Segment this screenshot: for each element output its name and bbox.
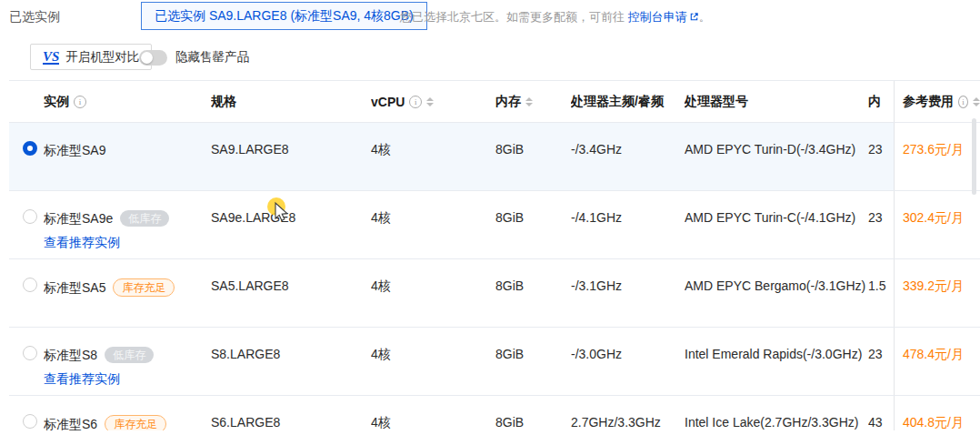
table-row[interactable]: 标准型SA9e低库存查看推荐实例SA9e.LARGE84核8GiB-/4.1GH… <box>9 191 980 259</box>
instance-radio[interactable] <box>23 141 37 156</box>
column-header: 处理器型号 <box>685 81 868 122</box>
region-quota-note: 您已选择北京七区。如需更多配额，可前往 控制台申请。 <box>400 9 711 25</box>
note-period: 。 <box>699 10 711 24</box>
selected-instance-chip[interactable]: 已选实例 SA9.LARGE8 (标准型SA9, 4核8GB) <box>141 2 427 30</box>
column-header-label: 内存 <box>495 94 521 110</box>
view-recommended-link[interactable]: 查看推荐实例 <box>44 371 211 388</box>
external-link-icon[interactable] <box>689 11 699 25</box>
frequency-cell: -/3.0GHz <box>571 328 685 395</box>
instance-name-line: 标准型SA9 <box>44 142 211 158</box>
column-header: 内 <box>868 81 894 122</box>
radio-cell <box>9 396 44 430</box>
note-text: 您已选择北京七区。如需更多配额，可前往 <box>400 10 628 24</box>
column-header: 参考费用i <box>894 81 980 122</box>
cpu-model-cell: Intel Emerald Rapids(-/3.0GHz) <box>685 328 868 395</box>
cpu-model-cell: Intel Ice Lake(2.7GHz/3.3GHz) <box>685 396 868 430</box>
instance-radio[interactable] <box>23 414 37 429</box>
column-header: 内存 <box>495 81 571 122</box>
info-icon[interactable]: i <box>409 96 422 108</box>
vcpu-cell: 4核 <box>371 396 495 430</box>
column-header-label: vCPU <box>371 95 405 109</box>
compare-models-label: 开启机型对比 <box>65 49 139 66</box>
console-apply-link[interactable]: 控制台申请 <box>628 10 687 24</box>
sort-icon[interactable] <box>973 97 980 106</box>
radio-cell <box>9 123 44 190</box>
bandwidth-clipped-cell: 43 <box>868 396 894 430</box>
instance-radio[interactable] <box>23 209 37 224</box>
hide-soldout-label: 隐藏售罄产品 <box>175 49 249 66</box>
column-header-label: 处理器主频/睿频 <box>571 94 664 110</box>
header-cell-radio <box>9 81 44 122</box>
price-cell: 478.4元/月 <box>894 328 980 395</box>
column-header: 处理器主频/睿频 <box>571 81 685 122</box>
column-header: vCPUi <box>371 81 495 122</box>
frequency-cell: -/3.1GHz <box>571 259 685 327</box>
column-header: 规格 <box>211 81 371 122</box>
table-row[interactable]: 标准型SA5库存充足SA5.LARGE84核8GiB-/3.1GHzAMD EP… <box>9 259 980 328</box>
instance-name: 标准型SA5 <box>44 279 105 296</box>
radio-cell <box>9 328 44 395</box>
instance-table: 实例i规格vCPUi内存处理器主频/睿频处理器型号内参考费用i 标准型SA9SA… <box>9 80 980 430</box>
spec-cell: SA9e.LARGE8 <box>211 191 371 258</box>
toggle-knob-icon <box>141 52 153 64</box>
column-header-label: 处理器型号 <box>685 94 748 110</box>
memory-cell: 8GiB <box>495 259 571 327</box>
memory-cell: 8GiB <box>495 396 571 430</box>
stock-badge: 低库存 <box>120 210 169 227</box>
bandwidth-clipped-cell: 23 <box>868 328 894 395</box>
instance-name-cell: 标准型SA9 <box>44 123 211 190</box>
bandwidth-clipped-cell: 1.5 <box>868 259 894 327</box>
instance-radio[interactable] <box>23 278 37 292</box>
instance-name-cell: 标准型S6库存充足 <box>44 396 211 430</box>
spec-cell: S8.LARGE8 <box>211 328 371 395</box>
price-cell: 404.8元/月 <box>894 396 980 430</box>
table-row[interactable]: 标准型SA9SA9.LARGE84核8GiB-/3.4GHzAMD EPYC T… <box>9 123 980 191</box>
sort-icon[interactable] <box>525 97 533 106</box>
memory-cell: 8GiB <box>495 191 571 258</box>
vertical-scrollbar-thumb[interactable] <box>972 118 976 195</box>
vcpu-cell: 4核 <box>371 123 495 190</box>
price-cell: 273.6元/月 <box>894 123 980 190</box>
cpu-model-cell: AMD EPYC Turin-C(-/4.1GHz) <box>685 191 868 258</box>
frequency-cell: -/4.1GHz <box>571 191 685 258</box>
instance-radio[interactable] <box>23 346 37 360</box>
sort-icon[interactable] <box>426 97 434 106</box>
vcpu-cell: 4核 <box>371 259 495 327</box>
cpu-model-cell: AMD EPYC Turin-D(-/3.4GHz) <box>685 123 868 190</box>
table-header-row: 实例i规格vCPUi内存处理器主频/睿频处理器型号内参考费用i <box>9 81 980 123</box>
info-icon[interactable]: i <box>74 96 86 108</box>
table-row[interactable]: 标准型S8低库存查看推荐实例S8.LARGE84核8GiB-/3.0GHzInt… <box>9 328 980 396</box>
cpu-model-cell: AMD EPYC Bergamo(-/3.1GHz) <box>685 259 868 327</box>
bandwidth-clipped-cell: 23 <box>868 123 894 190</box>
column-header-label: 实例 <box>44 94 69 110</box>
instance-name-line: 标准型S6库存充足 <box>44 415 211 430</box>
instance-name-cell: 标准型S8低库存查看推荐实例 <box>44 328 211 395</box>
spec-cell: S6.LARGE8 <box>211 396 371 430</box>
stock-badge: 低库存 <box>105 347 154 363</box>
instance-name-cell: 标准型SA9e低库存查看推荐实例 <box>44 191 211 258</box>
selected-instance-label: 已选实例 <box>9 9 60 25</box>
memory-cell: 8GiB <box>495 328 571 395</box>
radio-cell <box>9 259 44 327</box>
view-recommended-link[interactable]: 查看推荐实例 <box>44 235 211 251</box>
hide-soldout-toggle[interactable] <box>139 50 167 66</box>
instance-name: 标准型S8 <box>44 347 97 363</box>
compare-models-button[interactable]: VS 开启机型对比 <box>30 44 152 70</box>
column-header-label: 参考费用 <box>903 94 954 110</box>
column-header-label: 规格 <box>211 94 236 110</box>
vs-icon: VS <box>43 50 59 65</box>
price-cell: 339.2元/月 <box>894 259 980 327</box>
hide-soldout-control: 隐藏售罄产品 <box>139 49 249 66</box>
stock-badge: 库存充足 <box>105 415 166 430</box>
memory-cell: 8GiB <box>495 123 571 190</box>
vcpu-cell: 4核 <box>371 328 495 395</box>
column-header: 实例i <box>44 81 211 122</box>
frequency-cell: -/3.4GHz <box>571 123 685 190</box>
vcpu-cell: 4核 <box>371 191 495 258</box>
frequency-cell: 2.7GHz/3.3GHz <box>571 396 685 430</box>
table-row[interactable]: 标准型S6库存充足S6.LARGE84核8GiB2.7GHz/3.3GHzInt… <box>9 396 980 430</box>
table-body: 标准型SA9SA9.LARGE84核8GiB-/3.4GHzAMD EPYC T… <box>9 123 980 430</box>
info-icon[interactable]: i <box>958 96 968 108</box>
spec-cell: SA5.LARGE8 <box>211 259 371 327</box>
bandwidth-clipped-cell: 23 <box>868 191 894 258</box>
